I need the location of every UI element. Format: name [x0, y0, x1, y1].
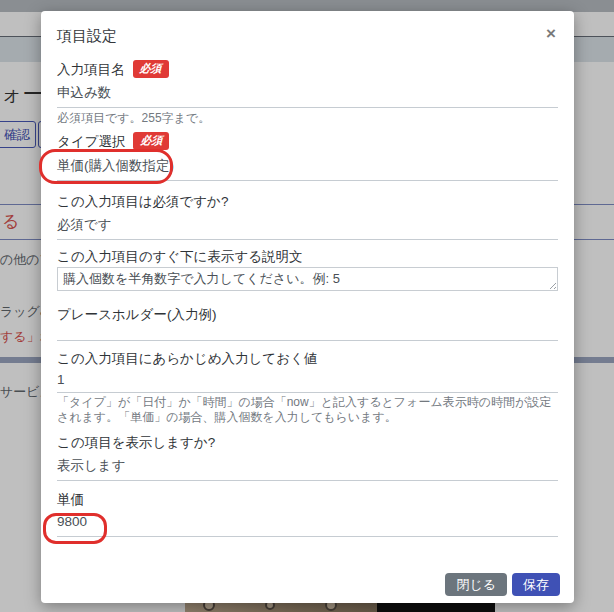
- required-select[interactable]: 必須です: [57, 217, 558, 240]
- modal-body: 項目設定 入力項目名必須 申込み数 必須項目です。255字まで。 タイプ選択必須…: [41, 11, 574, 537]
- required-badge: 必須: [133, 60, 169, 78]
- description-textarea[interactable]: 購入個数を半角数字で入力してください。例: 5: [57, 267, 558, 291]
- field-name-label-text: 入力項目名: [57, 62, 125, 77]
- type-select-label: タイプ選択必須: [57, 132, 558, 150]
- default-value-label: この入力項目にあらかじめ入力しておく値: [57, 350, 558, 367]
- visibility-label: この項目を表示しますか?: [57, 434, 558, 451]
- default-value-input[interactable]: 1: [57, 372, 558, 393]
- description-textarea-value: 購入個数を半角数字で入力してください。例: 5: [63, 271, 340, 286]
- placeholder-label: プレースホルダー(入力例): [57, 306, 558, 323]
- required-badge: 必須: [133, 132, 169, 150]
- modal-footer: 閉じる 保存: [445, 573, 560, 596]
- required-question-label: この入力項目は必須ですか?: [57, 193, 558, 210]
- default-value-help: 「タイプ」が「日付」か「時間」の場合「now」と記入するとフォーム表示時の時間が…: [57, 395, 558, 425]
- placeholder-input[interactable]: [57, 325, 558, 341]
- unit-price-input[interactable]: 9800: [57, 514, 558, 537]
- unit-price-label: 単価: [57, 491, 558, 508]
- save-button[interactable]: 保存: [512, 573, 560, 596]
- item-settings-modal: × 項目設定 入力項目名必須 申込み数 必須項目です。255字まで。 タイプ選択…: [41, 11, 574, 603]
- description-label: この入力項目のすぐ下に表示する説明文: [57, 248, 558, 265]
- resize-grip-icon[interactable]: [547, 280, 556, 289]
- field-name-help: 必須項目です。255字まで。: [57, 111, 558, 126]
- close-button[interactable]: 閉じる: [445, 573, 507, 596]
- field-name-input[interactable]: 申込み数: [57, 85, 558, 108]
- field-name-label: 入力項目名必須: [57, 60, 558, 78]
- modal-title: 項目設定: [57, 27, 558, 45]
- visibility-select[interactable]: 表示します: [57, 458, 558, 481]
- type-select-label-text: タイプ選択: [57, 134, 125, 149]
- type-select[interactable]: 単価(購入個数指定): [57, 158, 558, 181]
